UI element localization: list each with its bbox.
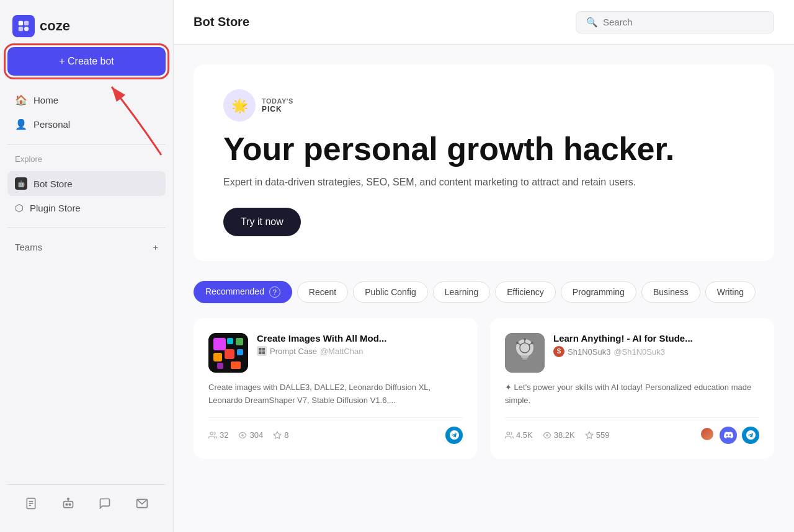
svg-rect-24 <box>217 363 223 369</box>
tab-programming[interactable]: Programming <box>561 282 636 303</box>
sidebar-item-home[interactable]: 🏠 Home <box>7 88 166 112</box>
svg-rect-23 <box>237 349 243 355</box>
card-1-stats: 32 304 8 <box>208 430 288 440</box>
divider-1 <box>7 144 166 144</box>
svg-point-31 <box>242 435 243 436</box>
sidebar-item-bot-store-label: Bot Store <box>33 179 73 189</box>
plugin-icon: ⬡ <box>15 202 24 214</box>
main-nav: 🏠 Home 👤 Personal <box>7 88 166 136</box>
tab-learning[interactable]: Learning <box>433 282 491 303</box>
pick-icon: 🌟 <box>223 89 256 122</box>
svg-rect-26 <box>259 348 262 351</box>
card-2-telegram-icon[interactable] <box>742 427 759 444</box>
today-pick-badge: 🌟 TODAY'S PICK <box>223 89 744 122</box>
category-tabs: Recommended ? Recent Public Config Learn… <box>194 281 774 303</box>
tab-info-icon: ? <box>269 286 280 298</box>
tab-writing[interactable]: Writing <box>705 282 756 303</box>
hero-banner: 🌟 TODAY'S PICK Your personal growth hack… <box>194 64 774 261</box>
svg-rect-8 <box>63 502 73 508</box>
sidebar-item-personal-label: Personal <box>33 119 70 130</box>
card-2-title: Learn Anything! - AI for Stude... <box>553 333 759 344</box>
svg-rect-28 <box>259 352 262 355</box>
svg-text:🌟: 🌟 <box>231 97 249 114</box>
logo-icon <box>12 15 35 37</box>
bot-card-2[interactable]: Learn Anything! - AI for Stude... S Sh1N… <box>490 318 774 459</box>
svg-rect-21 <box>213 353 222 361</box>
svg-marker-46 <box>586 432 593 438</box>
svg-rect-2 <box>19 27 23 31</box>
explore-nav: 🤖 Bot Store ⬡ Plugin Store <box>7 171 166 220</box>
create-bot-button[interactable]: + Create bot <box>7 47 166 76</box>
teams-section[interactable]: Teams + <box>7 236 166 259</box>
sidebar-item-bot-store[interactable]: 🤖 Bot Store <box>7 171 166 196</box>
hero-description: Expert in data-driven strategies, SEO, S… <box>223 177 658 188</box>
search-icon: 🔍 <box>586 17 598 28</box>
card-2-stars: 559 <box>596 430 610 440</box>
author-icon-1 <box>257 346 267 356</box>
person-icon: 👤 <box>15 118 27 130</box>
tab-business[interactable]: Business <box>641 282 700 303</box>
card-1-handle: @MattChan <box>320 347 364 356</box>
card-2-views: 38.2K <box>554 430 575 440</box>
bot-cards-grid: Create Images With All Mod... Prompt Cas… <box>194 318 774 459</box>
content-area: 🌟 TODAY'S PICK Your personal growth hack… <box>174 45 794 532</box>
card-2-handle: @Sh1N0Suk3 <box>613 347 665 357</box>
card-2-avatar-stack <box>700 427 715 444</box>
sidebar: coze + Create bot 🏠 Home 👤 Personal Expl… <box>0 0 174 532</box>
main-content: Bot Store 🔍 🌟 TODAY'S PICK <box>174 0 794 532</box>
tab-recent[interactable]: Recent <box>297 282 348 303</box>
card-1-author: Prompt Case <box>270 347 317 356</box>
svg-rect-22 <box>225 349 234 359</box>
teams-add-icon[interactable]: + <box>153 242 158 252</box>
bottom-icon-doc[interactable] <box>20 492 42 515</box>
teams-label: Teams <box>15 242 42 252</box>
top-bar: Bot Store 🔍 <box>174 0 794 45</box>
card-1-title: Create Images With All Mod... <box>257 333 463 344</box>
sidebar-item-personal[interactable]: 👤 Personal <box>7 112 166 136</box>
svg-point-45 <box>546 435 548 436</box>
card-2-author: Sh1N0Suk3 <box>568 347 610 357</box>
svg-rect-0 <box>19 21 23 25</box>
card-1-telegram-icon[interactable] <box>445 427 463 444</box>
card-avatar-1 <box>208 333 248 373</box>
svg-rect-1 <box>24 21 29 25</box>
svg-rect-20 <box>236 338 243 345</box>
svg-point-43 <box>524 338 526 340</box>
home-icon: 🏠 <box>15 94 27 106</box>
card-1-views: 304 <box>249 430 263 440</box>
svg-point-42 <box>531 342 533 344</box>
search-box[interactable]: 🔍 <box>576 11 774 33</box>
svg-point-30 <box>210 432 213 435</box>
search-input[interactable] <box>603 17 764 27</box>
try-it-now-button[interactable]: Try it now <box>223 208 301 236</box>
card-2-description: ✦ Let's power your skills with AI today!… <box>505 381 759 407</box>
tab-efficiency[interactable]: Efficiency <box>495 282 556 303</box>
card-2-avatar-1 <box>700 427 715 441</box>
badge-today-text: TODAY'S <box>262 97 293 105</box>
explore-label: Explore <box>7 152 166 166</box>
svg-rect-36 <box>522 358 527 360</box>
bottom-icon-mail[interactable] <box>131 492 153 515</box>
bottom-icon-bot[interactable] <box>57 492 79 515</box>
sidebar-item-plugin-store[interactable]: ⬡ Plugin Store <box>7 196 166 220</box>
badge-pick-text: PICK <box>262 105 293 113</box>
tab-public-config[interactable]: Public Config <box>353 282 428 303</box>
svg-point-3 <box>24 27 29 31</box>
bot-card-1[interactable]: Create Images With All Mod... Prompt Cas… <box>194 318 478 459</box>
bottom-icon-chat[interactable] <box>94 492 116 515</box>
card-2-stats: 4.5K 38.2K 559 <box>505 430 609 440</box>
author-icon-2: S <box>553 346 564 357</box>
card-1-stars: 8 <box>284 430 288 440</box>
tab-recommended[interactable]: Recommended ? <box>194 281 292 303</box>
svg-point-9 <box>66 503 68 505</box>
logo-text: coze <box>40 18 70 34</box>
card-2-users: 4.5K <box>516 430 533 440</box>
bot-store-icon: 🤖 <box>15 177 27 190</box>
svg-rect-25 <box>231 361 241 369</box>
svg-rect-27 <box>262 348 265 351</box>
svg-rect-29 <box>262 352 265 355</box>
card-1-users: 32 <box>220 430 228 440</box>
sidebar-item-home-label: Home <box>33 95 58 105</box>
card-2-discord-icon[interactable] <box>720 427 737 444</box>
sidebar-bottom-icons <box>7 484 166 522</box>
